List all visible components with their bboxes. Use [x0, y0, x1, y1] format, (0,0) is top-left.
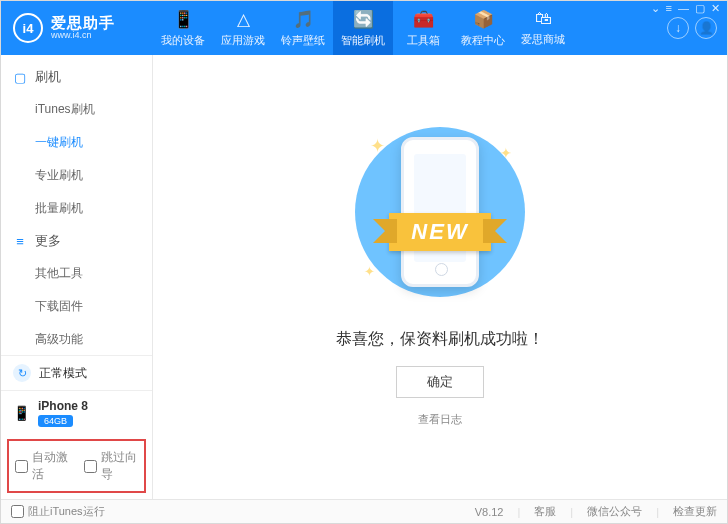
sidebar-item[interactable]: 一键刷机	[1, 126, 152, 159]
nav-label: 应用游戏	[221, 33, 265, 48]
nav-icon: 📱	[173, 9, 194, 30]
nav-label: 我的设备	[161, 33, 205, 48]
nav-item-1[interactable]: △应用游戏	[213, 1, 273, 55]
skip-guide-checkbox[interactable]: 跳过向导	[84, 449, 139, 483]
app-body: ▢ 刷机 iTunes刷机一键刷机专业刷机批量刷机 ≡ 更多 其他工具下载固件高…	[1, 55, 727, 499]
top-nav: 📱我的设备△应用游戏🎵铃声壁纸🔄智能刷机🧰工具箱📦教程中心🛍爱思商城	[153, 1, 573, 55]
nav-icon: △	[237, 9, 250, 30]
download-button[interactable]: ↓	[667, 17, 689, 39]
more-group-icon: ≡	[13, 234, 27, 249]
refresh-icon: ↻	[13, 364, 31, 382]
sidebar-item[interactable]: 专业刷机	[1, 159, 152, 192]
phone-illustration-icon	[401, 137, 479, 287]
sidebar-group-more: ≡ 更多	[1, 225, 152, 257]
nav-icon: 📦	[473, 9, 494, 30]
win-ctrl[interactable]: ≡	[666, 2, 672, 15]
view-log-link[interactable]: 查看日志	[418, 412, 462, 427]
success-message: 恭喜您，保资料刷机成功啦！	[336, 329, 544, 350]
nav-item-6[interactable]: 🛍爱思商城	[513, 1, 573, 55]
nav-icon: 🔄	[353, 9, 374, 30]
win-ctrl-minimize[interactable]: —	[678, 2, 689, 15]
nav-item-3[interactable]: 🔄智能刷机	[333, 1, 393, 55]
nav-label: 爱思商城	[521, 32, 565, 47]
block-itunes-checkbox[interactable]: 阻止iTunes运行	[11, 504, 105, 519]
win-ctrl[interactable]: ⌄	[651, 2, 660, 15]
nav-item-5[interactable]: 📦教程中心	[453, 1, 513, 55]
auto-activate-checkbox[interactable]: 自动激活	[15, 449, 70, 483]
new-ribbon: NEW	[389, 213, 490, 251]
nav-icon: 🎵	[293, 9, 314, 30]
logo-icon: i4	[13, 13, 43, 43]
sidebar-item[interactable]: 其他工具	[1, 257, 152, 290]
sidebar-item[interactable]: 下载固件	[1, 290, 152, 323]
win-ctrl-close[interactable]: ✕	[711, 2, 720, 15]
nav-icon: 🧰	[413, 9, 434, 30]
confirm-button[interactable]: 确定	[396, 366, 484, 398]
window-controls: ⌄ ≡ — ▢ ✕	[651, 2, 720, 15]
nav-item-2[interactable]: 🎵铃声壁纸	[273, 1, 333, 55]
sidebar-group-flash: ▢ 刷机	[1, 61, 152, 93]
block-itunes-label: 阻止iTunes运行	[28, 504, 105, 519]
nav-item-4[interactable]: 🧰工具箱	[393, 1, 453, 55]
status-bar: 阻止iTunes运行 V8.12 | 客服 | 微信公众号 | 检查更新	[1, 499, 727, 523]
sidebar-item[interactable]: 高级功能	[1, 323, 152, 355]
nav-icon: 🛍	[535, 9, 552, 29]
support-link[interactable]: 客服	[534, 504, 556, 519]
sidebar-group-label: 刷机	[35, 68, 61, 86]
device-storage: 64GB	[38, 415, 73, 427]
nav-label: 铃声壁纸	[281, 33, 325, 48]
nav-label: 工具箱	[407, 33, 440, 48]
check-update-link[interactable]: 检查更新	[673, 504, 717, 519]
auto-activate-label: 自动激活	[32, 449, 70, 483]
nav-item-0[interactable]: 📱我的设备	[153, 1, 213, 55]
win-ctrl-maximize[interactable]: ▢	[695, 2, 705, 15]
flash-options-highlighted: 自动激活 跳过向导	[7, 439, 146, 493]
flash-group-icon: ▢	[13, 70, 27, 85]
wechat-link[interactable]: 微信公众号	[587, 504, 642, 519]
app-name: 爱思助手	[51, 15, 115, 32]
phone-icon: 📱	[13, 405, 30, 421]
app-logo: i4 爱思助手 www.i4.cn	[1, 13, 153, 43]
sidebar-item[interactable]: 批量刷机	[1, 192, 152, 225]
success-illustration: ✦ ✦ ✦ NEW	[340, 117, 540, 307]
version-label: V8.12	[475, 506, 504, 518]
user-button[interactable]: 👤	[695, 17, 717, 39]
device-info[interactable]: 📱 iPhone 8 64GB	[1, 390, 152, 435]
sidebar-item[interactable]: iTunes刷机	[1, 93, 152, 126]
status-label: 正常模式	[39, 365, 87, 382]
sidebar: ▢ 刷机 iTunes刷机一键刷机专业刷机批量刷机 ≡ 更多 其他工具下载固件高…	[1, 55, 153, 499]
app-header: i4 爱思助手 www.i4.cn 📱我的设备△应用游戏🎵铃声壁纸🔄智能刷机🧰工…	[1, 1, 727, 55]
device-name: iPhone 8	[38, 399, 88, 413]
main-content: ✦ ✦ ✦ NEW 恭喜您，保资料刷机成功啦！ 确定 查看日志	[153, 55, 727, 499]
device-mode-status[interactable]: ↻ 正常模式	[1, 355, 152, 390]
nav-label: 智能刷机	[341, 33, 385, 48]
sidebar-group-label: 更多	[35, 232, 61, 250]
app-url: www.i4.cn	[51, 31, 115, 41]
nav-label: 教程中心	[461, 33, 505, 48]
skip-guide-label: 跳过向导	[101, 449, 139, 483]
